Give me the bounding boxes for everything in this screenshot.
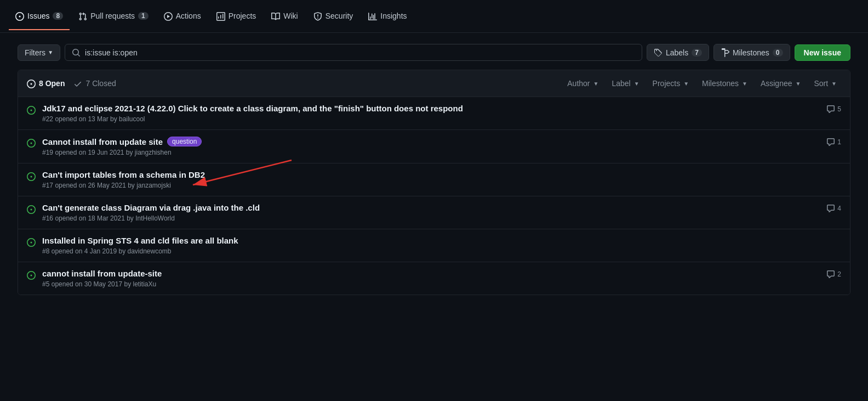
milestones-button[interactable]: Milestones 0 [713,44,790,61]
comment-count[interactable]: 1 [826,138,841,146]
issue-title-link[interactable]: Cannot install from update site [42,137,163,146]
filters-label: Filters [25,48,45,57]
sort-dropdown[interactable]: Sort ▼ [809,77,841,90]
comment-count[interactable]: 4 [826,204,841,213]
nav-issues-label: Issues [27,12,49,20]
comment-count[interactable]: 2 [826,270,841,279]
pull-requests-icon [78,12,87,21]
insights-icon [368,12,377,21]
search-box [65,44,642,61]
label-chevron: ▼ [634,81,639,87]
table-row: Cannot install from update site question… [18,130,850,163]
issue-meta: #16 opened on 18 Mar 2021 by IntHelloWor… [42,214,820,222]
issue-opened-meta: opened on 18 Mar 2021 by IntHelloWorld [55,214,175,222]
label-filter-label: Label [612,79,630,88]
open-issue-icon [27,105,36,114]
open-issue-icon [27,138,36,147]
milestones-icon [721,48,729,57]
nav-insights-label: Insights [380,12,407,20]
issue-number: #22 [42,115,53,123]
issue-right: 5 [826,105,841,114]
closed-count: 7 Closed [85,79,116,88]
milestones-chevron: ▼ [742,81,747,87]
milestones-dropdown[interactable]: Milestones ▼ [698,77,752,90]
labels-button[interactable]: Labels 7 [647,44,709,61]
nav-pr-label: Pull requests [90,12,135,20]
issue-number: #5 [42,280,49,288]
milestones-label: Milestones [733,48,769,57]
table-row: cannot install from update-site #5 opene… [18,262,850,295]
issue-number: #19 [42,149,53,156]
sort-chevron: ▼ [831,81,837,87]
search-input[interactable] [85,48,635,57]
projects-dropdown[interactable]: Projects ▼ [648,77,693,90]
filter-controls: Author ▼ Label ▼ Projects ▼ Milestones ▼ [563,77,841,90]
table-row: Can't import tables from a schema in DB2… [18,163,850,196]
comment-number: 2 [837,270,841,278]
issues-icon [15,12,24,21]
closed-icon [73,79,82,88]
milestones-count: 0 [773,49,783,57]
open-issue-icon [27,237,36,246]
open-tab[interactable]: 8 Open [27,79,65,88]
filters-button[interactable]: Filters ▼ [18,44,60,61]
nav-wiki-label: Wiki [283,12,298,20]
projects-chevron: ▼ [683,81,689,87]
issue-meta: #17 opened on 26 May 2021 by janzamojski [42,182,835,189]
issue-content: Installed in Spring STS 4 and cld files … [42,236,835,255]
open-closed-tabs: 8 Open 7 Closed [27,79,563,88]
labels-count: 7 [692,49,702,57]
issues-wrapper: 8 Open 7 Closed Author ▼ [18,70,850,295]
assignee-dropdown[interactable]: Assignee ▼ [756,77,806,90]
issue-content: cannot install from update-site #5 opene… [42,269,820,288]
assignee-label: Assignee [761,79,792,88]
issue-content: Cannot install from update site question… [42,137,820,156]
closed-tab[interactable]: 7 Closed [73,79,116,88]
comment-number: 4 [837,205,841,212]
comment-number: 1 [837,138,841,146]
issue-right: 4 [826,204,841,213]
sort-label: Sort [814,79,828,88]
comment-count[interactable]: 5 [826,105,841,114]
open-issue-icon [27,270,36,279]
author-dropdown[interactable]: Author ▼ [563,77,603,90]
issue-title-link[interactable]: Jdk17 and eclipse 2021-12 (4.22.0) Click… [42,104,463,113]
issue-title-link[interactable]: Can't generate class Diagram via drag .j… [42,203,260,212]
nav-item-projects[interactable]: Projects [210,7,263,25]
issue-meta: #22 opened on 13 Mar by bailucool [42,115,820,123]
new-issue-button[interactable]: New issue [795,44,850,61]
chevron-down-icon: ▼ [48,49,53,55]
issues-badge: 8 [53,12,63,20]
issues-container: 8 Open 7 Closed Author ▼ [18,70,850,295]
assignee-chevron: ▼ [796,81,801,87]
issue-right: 2 [826,270,841,279]
issue-title: cannot install from update-site [42,269,820,278]
issue-title-link[interactable]: Installed in Spring STS 4 and cld files … [42,236,238,245]
projects-filter-label: Projects [653,79,681,88]
nav-item-security[interactable]: Security [307,7,360,25]
nav-item-pull-requests[interactable]: Pull requests 1 [72,7,155,25]
labels-label: Labels [666,48,688,57]
main-content: Filters ▼ Labels 7 [0,33,868,306]
issue-title-link[interactable]: cannot install from update-site [42,269,162,278]
issues-header: 8 Open 7 Closed Author ▼ [18,70,850,97]
nav-item-issues[interactable]: Issues 8 [9,7,70,25]
nav-item-wiki[interactable]: Wiki [265,7,304,25]
issue-meta: #5 opened on 30 May 2017 by letitiaXu [42,280,820,288]
security-icon [313,12,322,21]
nav-item-insights[interactable]: Insights [362,7,413,25]
filter-bar: Filters ▼ Labels 7 [18,44,850,61]
label-dropdown[interactable]: Label ▼ [607,77,643,90]
issue-label-tag: question [167,137,202,146]
issue-opened-meta: opened on 26 May 2021 by janzamojski [55,182,170,189]
nav-item-actions[interactable]: Actions [157,7,208,25]
author-chevron: ▼ [593,81,599,87]
comment-number: 5 [837,105,841,113]
issue-title-link[interactable]: Can't import tables from a schema in DB2 [42,170,205,179]
table-row: Can't generate class Diagram via drag .j… [18,196,850,229]
issue-title: Installed in Spring STS 4 and cld files … [42,236,835,245]
issue-opened-meta: opened on 13 Mar by bailucool [55,115,145,123]
issue-content: Can't generate class Diagram via drag .j… [42,203,820,222]
issue-title: Can't generate class Diagram via drag .j… [42,203,820,212]
issue-opened-meta: opened on 19 Jun 2021 by jiangzhishen [55,149,171,156]
